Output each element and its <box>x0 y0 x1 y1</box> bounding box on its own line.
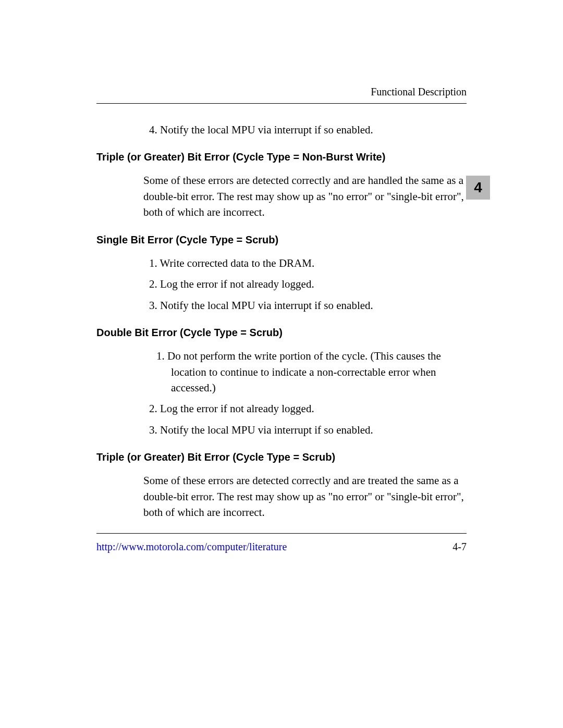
footer-link[interactable]: http://www.motorola.com/computer/literat… <box>96 541 287 553</box>
list-item: 4. Notify the local MPU via interrupt if… <box>156 122 467 138</box>
list-item: 1. Do not perform the write portion of t… <box>156 348 467 396</box>
page-number: 4-7 <box>452 541 467 553</box>
body-paragraph: Some of these errors are detected correc… <box>143 473 467 520</box>
list-item: 1. Write corrected data to the DRAM. <box>156 255 467 271</box>
section-heading-double-scrub: Double Bit Error (Cycle Type = Scrub) <box>96 327 467 339</box>
section-heading-triple-nonburst: Triple (or Greater) Bit Error (Cycle Typ… <box>96 151 467 163</box>
footer-rule <box>96 533 467 534</box>
chapter-tab: 4 <box>466 176 490 200</box>
list-item: 3. Notify the local MPU via interrupt if… <box>156 298 467 313</box>
running-header: Functional Description <box>96 86 467 98</box>
body-paragraph: Some of these errors are detected correc… <box>143 172 467 220</box>
list-item: 3. Notify the local MPU via interrupt if… <box>156 422 467 438</box>
page-content: 4. Notify the local MPU via interrupt if… <box>96 122 467 521</box>
section-heading-single-scrub: Single Bit Error (Cycle Type = Scrub) <box>96 234 467 246</box>
list-item: 2. Log the error if not already logged. <box>156 276 467 292</box>
section-heading-triple-scrub: Triple (or Greater) Bit Error (Cycle Typ… <box>96 451 467 463</box>
page-footer: http://www.motorola.com/computer/literat… <box>96 533 467 728</box>
list-item: 2. Log the error if not already logged. <box>156 401 467 416</box>
header-rule <box>96 103 467 104</box>
